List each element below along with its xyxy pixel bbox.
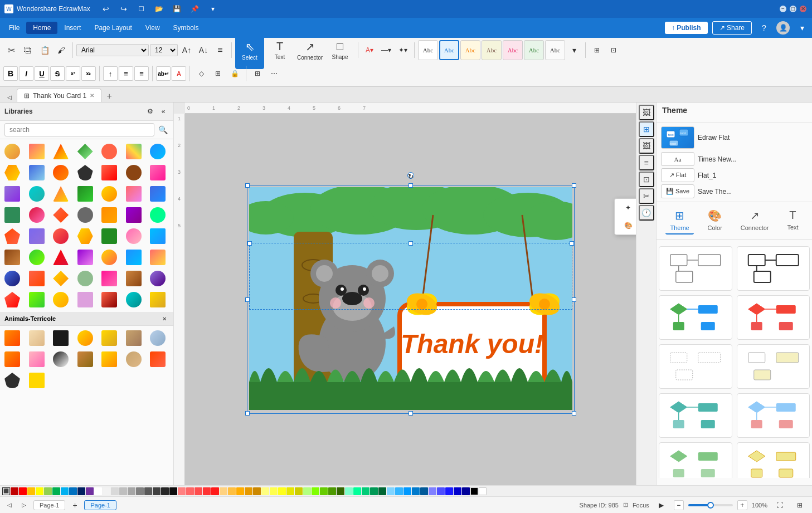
- color-swatch[interactable]: [328, 487, 336, 495]
- bullet-list-btn[interactable]: ≡: [119, 66, 133, 81]
- save-btn[interactable]: 💾: [169, 1, 185, 17]
- search-input[interactable]: [4, 123, 154, 136]
- sidebar-collapse-btn[interactable]: «: [158, 106, 169, 117]
- page-tab-1[interactable]: Page-1: [33, 500, 65, 510]
- list-item[interactable]: [2, 268, 22, 289]
- list-item[interactable]: [148, 205, 168, 225]
- style-preset-4[interactable]: Abc: [482, 40, 502, 60]
- list-item[interactable]: [2, 370, 22, 390]
- color-swatch[interactable]: [445, 487, 453, 495]
- fc-theme-3[interactable]: [659, 295, 732, 340]
- color-swatch[interactable]: [462, 487, 470, 495]
- color-swatch[interactable]: [36, 487, 43, 495]
- minimize-btn[interactable]: −: [780, 6, 786, 12]
- menu-item-page-layout[interactable]: Page Layout: [87, 22, 138, 34]
- right-icon-image[interactable]: 🖼: [639, 105, 654, 120]
- superscript-btn[interactable]: x²: [66, 66, 80, 81]
- style-preset-7[interactable]: Abc: [545, 40, 565, 60]
- fc-theme-10[interactable]: [737, 442, 810, 478]
- list-item[interactable]: [124, 328, 144, 348]
- list-item[interactable]: [124, 141, 144, 162]
- color-swatch[interactable]: [153, 487, 161, 495]
- list-item[interactable]: [27, 141, 47, 162]
- fc-theme-2[interactable]: [737, 246, 810, 291]
- handle-tr[interactable]: [572, 183, 576, 188]
- color-swatch[interactable]: [236, 487, 244, 495]
- handle-bm[interactable]: [409, 411, 413, 416]
- list-item[interactable]: [148, 268, 168, 289]
- theme-preview-edraw-flat[interactable]: text text text: [661, 126, 694, 149]
- color-swatch[interactable]: [337, 487, 344, 495]
- subscript-btn[interactable]: x₂: [81, 66, 96, 81]
- color-swatch[interactable]: [19, 487, 27, 495]
- shadow-btn[interactable]: ◇: [193, 66, 209, 81]
- list-item[interactable]: [51, 184, 71, 204]
- publish-button[interactable]: ↑ Publish: [665, 22, 708, 34]
- style-preset-5[interactable]: Abc: [503, 40, 523, 60]
- paste-btn[interactable]: 📋: [37, 42, 52, 58]
- arrange2-btn[interactable]: ⊞: [250, 66, 265, 81]
- color-swatch[interactable]: [295, 487, 303, 495]
- font-family-select[interactable]: Arial: [76, 44, 149, 56]
- color-swatch[interactable]: [228, 487, 236, 495]
- play-btn[interactable]: ▶: [654, 497, 669, 513]
- right-icon-layers[interactable]: 🖼: [639, 138, 654, 154]
- color-swatch[interactable]: [203, 487, 211, 495]
- list-item[interactable]: [99, 247, 119, 267]
- list-item[interactable]: [51, 268, 71, 289]
- list-item[interactable]: [27, 184, 47, 204]
- color-swatch[interactable]: [195, 487, 202, 495]
- tab-back-btn[interactable]: ◁: [4, 92, 14, 102]
- list-item[interactable]: [99, 184, 119, 204]
- color-swatch[interactable]: [437, 487, 445, 495]
- list-item[interactable]: [99, 268, 119, 289]
- border-btn[interactable]: ⊞: [210, 66, 226, 81]
- color-swatch[interactable]: [253, 487, 261, 495]
- close-animals-btn[interactable]: ✕: [160, 314, 169, 323]
- dropdown-btn[interactable]: ▾: [205, 1, 221, 17]
- color-swatch[interactable]: [261, 487, 269, 495]
- theme-preview-times[interactable]: Aa: [661, 152, 694, 166]
- list-item[interactable]: [51, 290, 71, 310]
- increase-indent-btn[interactable]: ↑: [103, 66, 118, 81]
- cut-btn[interactable]: ✂: [3, 42, 19, 58]
- list-item[interactable]: [99, 226, 119, 246]
- color-swatch[interactable]: [278, 487, 286, 495]
- list-item[interactable]: [2, 226, 22, 246]
- list-item[interactable]: [75, 328, 95, 348]
- menu-item-home[interactable]: Home: [26, 22, 57, 34]
- lock-btn[interactable]: 🔒: [227, 66, 242, 81]
- color-swatch[interactable]: [362, 487, 369, 495]
- color-swatch[interactable]: [178, 487, 186, 495]
- list-item[interactable]: [27, 268, 47, 289]
- color-swatch[interactable]: [345, 487, 353, 495]
- color-swatch[interactable]: [303, 487, 311, 495]
- list-item[interactable]: [99, 163, 119, 183]
- zoom-slider-thumb[interactable]: [707, 502, 714, 509]
- list-item[interactable]: [2, 141, 22, 162]
- list-item[interactable]: [124, 247, 144, 267]
- list-item[interactable]: [2, 349, 22, 369]
- color-swatch[interactable]: [429, 487, 436, 495]
- canvas-wrapper[interactable]: ↻: [185, 114, 636, 485]
- page-nav-left[interactable]: ◁: [4, 500, 14, 510]
- list-item[interactable]: [148, 226, 168, 246]
- effects-btn[interactable]: ✦▾: [395, 42, 411, 58]
- list-item[interactable]: [27, 290, 47, 310]
- color-swatch[interactable]: [11, 487, 18, 495]
- font-size-select[interactable]: 12: [150, 44, 178, 56]
- color-swatch[interactable]: [286, 487, 294, 495]
- copy-btn[interactable]: ⿻: [20, 42, 36, 58]
- add-tab-btn[interactable]: +: [104, 91, 115, 102]
- help-button[interactable]: ?: [756, 20, 772, 36]
- list-item[interactable]: [124, 163, 144, 183]
- new-btn[interactable]: ☐: [134, 1, 149, 17]
- list-item[interactable]: [75, 184, 95, 204]
- list-item[interactable]: [2, 205, 22, 225]
- list-item[interactable]: [51, 163, 71, 183]
- color-swatch[interactable]: [479, 487, 487, 495]
- list-item[interactable]: [148, 328, 168, 348]
- color-swatch[interactable]: [420, 487, 428, 495]
- color-swatch[interactable]: [128, 487, 135, 495]
- color-swatch[interactable]: [245, 487, 252, 495]
